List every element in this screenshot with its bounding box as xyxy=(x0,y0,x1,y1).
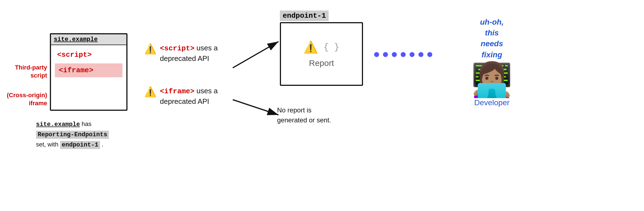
warning-iframe: ⚠️ <iframe> uses a deprecated API xyxy=(144,86,232,107)
developer-avatar: 👩🏽‍💻 xyxy=(471,63,513,96)
endpoint-json-icon: { } xyxy=(323,42,339,52)
dot-3 xyxy=(392,52,397,57)
uh-oh-text: uh-oh, xyxy=(480,18,504,26)
endpoint-icons: ⚠️ { } xyxy=(303,40,339,54)
needs-text: needs xyxy=(481,39,503,48)
script-tag: <script> xyxy=(55,50,122,60)
has-text: has xyxy=(80,120,91,127)
browser-body: <script> <iframe> xyxy=(51,45,126,82)
dot-4 xyxy=(401,52,406,57)
period: . xyxy=(100,141,103,148)
warning-script: ⚠️ <script> uses a deprecated API xyxy=(144,43,232,64)
warning-script-text: <script> uses a deprecated API xyxy=(160,43,232,64)
script-code: <script> xyxy=(160,44,195,53)
site-example-ref: site.example xyxy=(36,121,80,128)
dot-6 xyxy=(418,52,423,57)
iframe-tag: <iframe> xyxy=(55,63,122,77)
endpoint1-ref: endpoint-1 xyxy=(60,141,100,149)
no-report-text: No report isgenerated or sent. xyxy=(277,105,331,125)
svg-line-1 xyxy=(233,42,278,68)
dotted-line xyxy=(374,52,432,57)
endpoint-content: ⚠️ { } Report xyxy=(281,23,362,85)
endpoint-report-label: Report xyxy=(309,58,334,68)
iframe-code: <iframe> xyxy=(160,87,195,96)
set-with-text: set, with xyxy=(36,141,60,148)
endpoint-box: ⚠️ { } Report xyxy=(280,22,363,86)
dot-5 xyxy=(410,52,415,57)
developer-top-label: uh-oh, this needs fixing xyxy=(471,17,513,60)
warning-script-icon: ⚠️ xyxy=(144,44,157,54)
developer-bottom-label: Developer xyxy=(471,98,513,107)
warning-iframe-text: <iframe> uses a deprecated API xyxy=(160,86,232,107)
fixing-text: fixing xyxy=(482,50,502,59)
warning-iframe-icon: ⚠️ xyxy=(144,87,157,97)
reporting-endpoints-ref: Reporting-Endpoints xyxy=(36,131,109,139)
third-party-label: Third-party script xyxy=(6,64,47,79)
cross-origin-label: (Cross-origin) iframe xyxy=(6,91,47,107)
endpoint-label: endpoint-1 xyxy=(280,11,329,21)
dot-2 xyxy=(383,52,388,57)
diagram: site.example <script> <iframe> Third-par… xyxy=(0,0,644,211)
developer-section: uh-oh, this needs fixing 👩🏽‍💻 Developer xyxy=(471,17,513,107)
browser-titlebar: site.example xyxy=(51,34,126,45)
bottom-description: site.example has Reporting-Endpoints set… xyxy=(36,119,109,150)
endpoint-warning-icon: ⚠️ xyxy=(303,40,318,54)
browser-window: site.example <script> <iframe> xyxy=(50,33,127,111)
this-text: this xyxy=(485,29,499,37)
dot-7 xyxy=(427,52,432,57)
dot-1 xyxy=(374,52,379,57)
svg-line-2 xyxy=(233,100,278,115)
